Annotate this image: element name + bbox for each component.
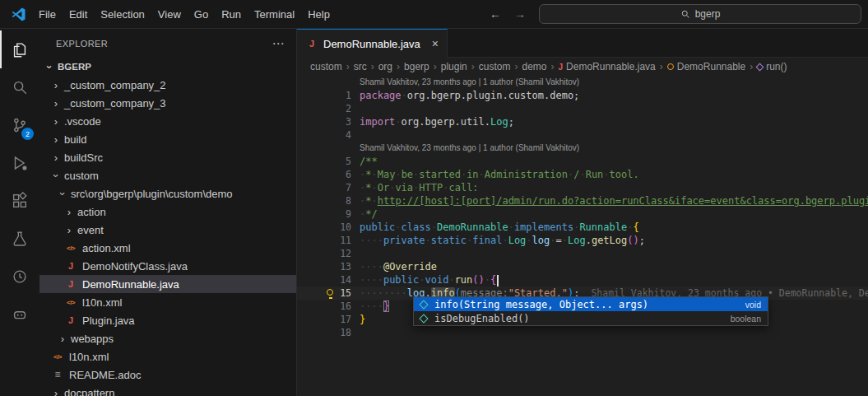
search-icon: [11, 78, 29, 96]
code-line[interactable]: 8·*·http://[host]:[port]/admin/run.do?ac…: [297, 194, 868, 207]
tree-file-plugin.java[interactable]: JPlugin.java: [39, 311, 296, 329]
breadcrumb-bgerp[interactable]: bgerp: [404, 61, 429, 72]
menu-run[interactable]: Run: [215, 5, 248, 24]
close-icon[interactable]: ×: [432, 37, 439, 50]
activity-item-testing[interactable]: [0, 220, 39, 258]
gutter[interactable]: 9: [297, 207, 360, 221]
tree-folder-docpattern[interactable]: ›docpattern: [39, 384, 296, 396]
code-line[interactable]: 9·*/: [297, 207, 868, 221]
command-center-search[interactable]: bgerp: [539, 4, 861, 24]
tree-folder-_custom_company_3[interactable]: ›_custom_company_3: [39, 94, 296, 112]
gutter[interactable]: 4: [297, 128, 360, 142]
code-line[interactable]: 7·*·Or·via·HTTP·call:: [297, 181, 868, 194]
tree-file-l10n.xml[interactable]: </>l10n.xml: [39, 293, 296, 311]
tree-folder-buildsrc[interactable]: ›buildSrc: [39, 148, 296, 166]
code-line[interactable]: 4: [297, 128, 868, 142]
method-symbol-icon: [756, 63, 764, 71]
forward-arrow-icon[interactable]: →: [514, 7, 526, 21]
gutter[interactable]: 18: [297, 326, 360, 339]
menu-file[interactable]: File: [32, 5, 63, 24]
back-arrow-icon[interactable]: ←: [490, 7, 501, 21]
code-line[interactable]: 10public·class·DemoRunnable·implements·R…: [297, 221, 868, 234]
gutter[interactable]: 13: [297, 260, 360, 273]
activity-item-extensions[interactable]: [0, 182, 39, 220]
suggestion-label: info(String message, Object... args): [434, 298, 648, 311]
gutter[interactable]: 15: [297, 287, 360, 300]
code-line[interactable]: 3import·org.bgerp.util.Log;: [297, 115, 868, 128]
tree-file-action.xml[interactable]: </>action.xml: [39, 239, 296, 257]
menu-selection[interactable]: Selection: [94, 5, 151, 24]
gutter[interactable]: 14: [297, 273, 360, 287]
breadcrumb-plugin[interactable]: plugin: [441, 61, 467, 72]
activity-item-source-control[interactable]: 2: [0, 106, 39, 144]
tree-folder-.vscode[interactable]: ›.vscode: [39, 112, 296, 130]
tab-demorunnable-java[interactable]: J DemoRunnable.java ×: [297, 29, 448, 58]
breadcrumb-run()[interactable]: run(): [757, 61, 787, 72]
line-number: 4: [297, 128, 360, 142]
tree-folder-event[interactable]: ›event: [39, 221, 296, 239]
breadcrumb-src[interactable]: src: [354, 61, 367, 72]
tree-folder-src-org-bgerp-plugin-custom-demo[interactable]: ›src\org\bgerp\plugin\custom\demo: [39, 184, 296, 203]
code-line[interactable]: 11····private·static·final·Log·log·=·Log…: [297, 234, 868, 247]
breadcrumb-label: custom: [310, 61, 342, 72]
activity-item-run-debug[interactable]: [0, 144, 39, 182]
gutter[interactable]: 8: [297, 194, 360, 207]
menu-edit[interactable]: Edit: [63, 5, 94, 24]
code-line[interactable]: 13····@Override: [297, 260, 868, 273]
menu-view[interactable]: View: [151, 5, 188, 24]
code-token: ·: [485, 274, 490, 286]
tree-file-demorunnable.java[interactable]: JDemoRunnable.java: [39, 275, 296, 293]
more-actions-icon[interactable]: ⋯: [272, 36, 285, 51]
breadcrumb-org[interactable]: org: [378, 61, 392, 72]
code-line[interactable]: 18: [297, 326, 868, 339]
tree-folder-_custom_company_2[interactable]: ›_custom_company_2: [39, 76, 296, 94]
workspace-section-bgerp[interactable]: › BGERP: [39, 58, 296, 76]
breadcrumb-custom[interactable]: custom: [479, 61, 511, 72]
gutter[interactable]: 6: [297, 168, 360, 181]
code-line[interactable]: 2: [297, 102, 868, 115]
code-line[interactable]: 1package·org.bgerp.plugin.custom.demo;: [297, 89, 868, 102]
gutter[interactable]: 11: [297, 234, 360, 247]
gutter[interactable]: 16: [297, 300, 360, 313]
tree-file-demonotifyclass.java[interactable]: JDemoNotifyClass.java: [39, 257, 296, 275]
code-editor[interactable]: Shamil Vakhitov, 23 months ago | 1 autho…: [297, 76, 868, 396]
gutter[interactable]: [297, 142, 360, 155]
menu-help[interactable]: Help: [301, 5, 337, 24]
breadcrumb-demorunnable[interactable]: DemoRunnable: [667, 61, 745, 72]
tree-folder-build[interactable]: ›build: [39, 130, 296, 148]
code-line[interactable]: 14····public·void·run()·{: [297, 273, 868, 287]
gutter[interactable]: [297, 76, 360, 89]
suggestion-isdebugenabled[interactable]: isDebugEnabled()boolean: [414, 311, 768, 325]
codelens-link[interactable]: Shamil Vakhitov, 23 months ago | 1 autho…: [360, 143, 579, 152]
gutter[interactable]: 5: [297, 155, 360, 168]
code-line[interactable]: 6·*·May·be·started·in·Administration·/·R…: [297, 168, 868, 181]
gutter[interactable]: 2: [297, 102, 360, 115]
code-line[interactable]: 5/**: [297, 155, 868, 168]
code-line[interactable]: 12: [297, 247, 868, 260]
gutter[interactable]: 12: [297, 247, 360, 260]
tree-folder-action[interactable]: ›action: [39, 203, 296, 221]
tree-file-l10n.xml[interactable]: </>l10n.xml: [39, 347, 296, 366]
codelens-row[interactable]: Shamil Vakhitov, 23 months ago | 1 autho…: [297, 142, 868, 155]
activity-item-copilot[interactable]: [0, 296, 39, 333]
tree-folder-webapps[interactable]: ›webapps: [39, 329, 296, 347]
suggestion-info[interactable]: info(String message, Object... args)void: [414, 297, 768, 311]
gutter[interactable]: 1: [297, 89, 360, 102]
breadcrumb-demo[interactable]: demo: [522, 61, 546, 72]
activity-item-clock[interactable]: [0, 258, 39, 296]
menu-terminal[interactable]: Terminal: [248, 5, 301, 24]
gutter[interactable]: 3: [297, 115, 360, 128]
codelens-row[interactable]: Shamil Vakhitov, 23 months ago | 1 autho…: [297, 76, 868, 89]
activity-item-explorer[interactable]: [0, 30, 39, 68]
activity-item-search[interactable]: [0, 68, 39, 106]
codelens-link[interactable]: Shamil Vakhitov, 23 months ago | 1 autho…: [360, 77, 579, 86]
breadcrumb-demorunnable.java[interactable]: JDemoRunnable.java: [558, 61, 655, 72]
lightbulb-icon[interactable]: [327, 289, 333, 296]
tree-folder-custom[interactable]: ›custom: [39, 166, 296, 184]
gutter[interactable]: 10: [297, 221, 360, 234]
tree-file-readme.adoc[interactable]: ≡README.adoc: [39, 366, 296, 384]
menu-go[interactable]: Go: [188, 5, 215, 24]
gutter[interactable]: 17: [297, 313, 360, 326]
breadcrumb-custom[interactable]: custom: [310, 61, 342, 72]
gutter[interactable]: 7: [297, 181, 360, 194]
